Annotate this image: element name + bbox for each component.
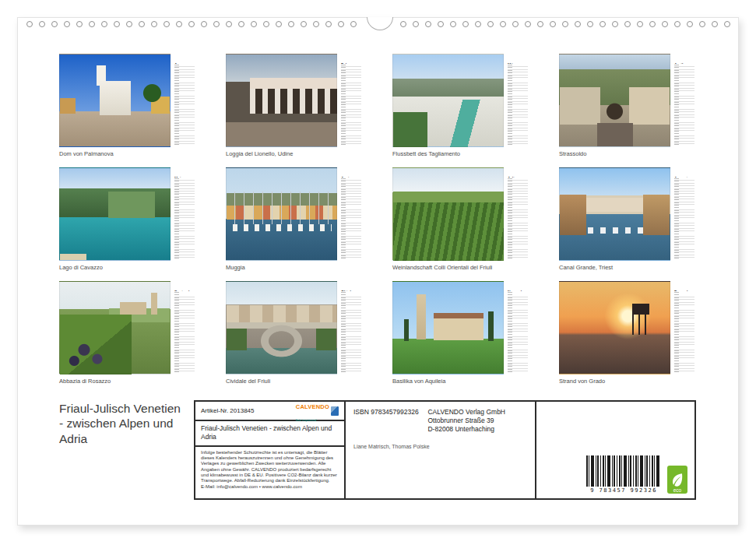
binding-ring (89, 21, 95, 27)
month-body: August 2026 (559, 167, 696, 261)
binding-ring (699, 21, 705, 27)
calendar-month: Juli 2026 Weinlandschaft Colli Orientali… (392, 167, 529, 271)
barcode-box: 9 783457 992326 eco (535, 400, 696, 500)
binding-ring (600, 21, 606, 27)
month-body: Dezember 2026 (559, 281, 696, 374)
month-photo (392, 54, 504, 147)
binding-ring (238, 21, 244, 27)
day-lines (674, 65, 694, 146)
binding-ring (288, 21, 294, 27)
binding-ring (213, 21, 220, 27)
month-body: April 2026 (559, 54, 696, 147)
day-lines (508, 178, 528, 259)
binding-ring (637, 21, 643, 27)
binding-ring (712, 21, 718, 27)
binding-ring (251, 21, 257, 27)
month-header: Juli 2026 (506, 167, 529, 178)
photo-caption: Strand von Grado (559, 378, 696, 385)
day-lines (341, 292, 361, 373)
month-photo (226, 281, 337, 374)
photo-caption: Muggia (226, 264, 363, 271)
day-lines (341, 65, 361, 146)
month-photo (59, 281, 171, 374)
photo-caption: Cividale del Friuli (226, 378, 363, 385)
month-header: August 2026 (673, 167, 696, 178)
month-photo (59, 54, 171, 147)
eco-logo: eco (667, 466, 687, 494)
month-header: Februar 2026 (339, 54, 363, 64)
publisher-city: D-82008 Unterhaching (427, 425, 494, 433)
binding-ring (226, 21, 232, 27)
month-year: 2026 (360, 290, 363, 291)
month-header: März 2026 (506, 54, 529, 64)
binding-ring (26, 21, 33, 27)
photo-caption: Dom von Palmanova (59, 150, 196, 157)
leaf-icon (671, 473, 684, 488)
month-header: Juni 2026 (339, 167, 363, 178)
month-year: 2026 (353, 177, 360, 178)
month-body: Juni 2026 (226, 167, 363, 261)
calendar-back-page: Januar 2026 Dom von Palmanova Februar 20… (0, 0, 756, 545)
month-calendar-pane: Dezember 2026 (673, 281, 696, 374)
day-lines (674, 292, 694, 373)
article-number: Artikel-Nr. 2013845 (201, 407, 254, 414)
month-calendar-pane: November 2026 (506, 281, 529, 374)
month-photo (59, 167, 171, 261)
binding-ring (126, 21, 132, 27)
binding-ring (687, 21, 693, 27)
photo-caption: Weinlandschaft Colli Orientali del Friul… (392, 264, 529, 271)
imprint-boxes: Artikel-Nr. 2013845 CALVENDO Sehr inspir… (194, 400, 696, 500)
day-lines (174, 178, 195, 259)
month-photo (559, 167, 670, 261)
month-calendar-pane: Oktober 2026 (339, 281, 363, 374)
binding-ring (525, 21, 531, 27)
calendar-month: September 2026 Abbazia di Rosazzo (59, 281, 196, 385)
binding-ring (400, 21, 406, 27)
calendar-month: Mai 2026 Lago di Cavazzo (59, 167, 196, 271)
isbn-number: ISBN 9783457992326 (353, 408, 419, 434)
barcode-number: 9 783457 992326 (586, 487, 661, 494)
binding-ring (151, 21, 157, 27)
month-calendar-pane: Juni 2026 (339, 167, 363, 261)
calvendo-logo: CALVENDO Sehr inspirierend (296, 399, 339, 424)
binding-ring (649, 21, 656, 27)
photo-caption: Lago di Cavazzo (59, 264, 196, 271)
photo-caption: Loggia del Lionello, Udine (226, 150, 363, 157)
binding-ring (188, 21, 195, 27)
hanger-notch (367, 17, 393, 30)
binding-ring (662, 21, 668, 27)
binding-ring (276, 21, 282, 27)
binding-ring (413, 21, 419, 27)
month-body: Mai 2026 (59, 167, 196, 261)
month-year: 2026 (687, 63, 694, 64)
publisher-address: CALVENDO Verlag GmbH Ottobrunner Straße … (427, 408, 505, 434)
month-body: November 2026 (392, 281, 529, 374)
month-photo (226, 54, 337, 147)
binding-ring (263, 21, 269, 27)
binding-ring (101, 21, 107, 27)
calendar-month: April 2026 Strassoldo (559, 54, 696, 157)
binding-ring (350, 21, 357, 27)
boxed-title: Friaul-Julisch Venetien - zwischen Alpen… (195, 421, 344, 447)
brand-name: CALVENDO (296, 403, 329, 410)
day-lines (508, 65, 528, 146)
article-box: Artikel-Nr. 2013845 CALVENDO Sehr inspir… (194, 400, 346, 500)
calvendo-mark-icon (331, 406, 339, 416)
calendar-month: Dezember 2026 Strand von Grado (559, 281, 696, 385)
binding-ring (51, 21, 58, 27)
legal-text-block: Infolge bestehender Schutzrechte ist es … (195, 447, 344, 493)
article-row: Artikel-Nr. 2013845 CALVENDO Sehr inspir… (195, 402, 344, 421)
binding-ring (475, 21, 481, 27)
product-title: Friaul-Julisch Venetien - zwischen Alpen… (59, 401, 185, 446)
month-name: November (508, 290, 526, 291)
authors: Liane Matrisch, Thomas Polske (353, 444, 527, 449)
calendar-month: August 2026 Canal Grande, Triest (559, 167, 696, 271)
isbn-row: ISBN 9783457992326 CALVENDO Verlag GmbH … (353, 408, 527, 434)
month-photo (392, 167, 504, 261)
month-calendar-pane: Mai 2026 (173, 167, 196, 261)
binding-ring (425, 21, 431, 27)
month-photo (559, 54, 670, 147)
month-year: 2026 (520, 63, 527, 64)
month-name: Juni (341, 176, 349, 178)
month-name: Dezember (674, 290, 693, 291)
